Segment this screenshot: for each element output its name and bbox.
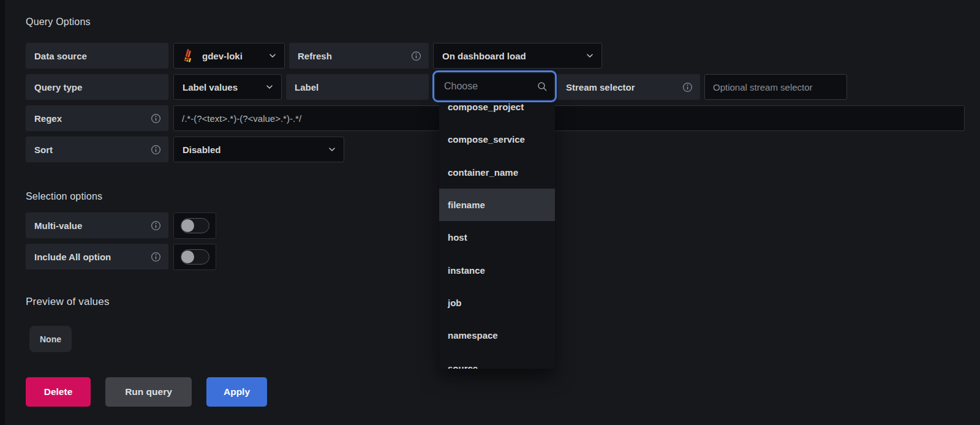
apply-button[interactable]: Apply	[206, 377, 267, 407]
info-circle-icon[interactable]	[151, 220, 161, 231]
multi-value-label-text: Multi-value	[34, 220, 82, 231]
include-all-label-text: Include All option	[34, 252, 111, 262]
toggle-track	[181, 249, 209, 265]
sort-select[interactable]: Disabled	[173, 137, 344, 162]
refresh-value: On dashboard load	[442, 51, 526, 61]
refresh-label-text: Refresh	[298, 51, 332, 61]
dropdown-option[interactable]: job	[439, 287, 555, 319]
dropdown-option[interactable]: source	[439, 352, 555, 369]
label-options-list: compose_projectcompose_servicecontainer_…	[439, 102, 555, 369]
sort-label: Sort	[26, 137, 168, 162]
dropdown-option[interactable]: instance	[439, 254, 555, 286]
info-circle-icon[interactable]	[682, 82, 693, 92]
dropdown-option[interactable]: filename	[439, 189, 555, 221]
search-icon	[537, 81, 548, 92]
info-circle-icon[interactable]	[151, 145, 161, 155]
data-source-picker[interactable]: gdev-loki	[173, 43, 285, 69]
chevron-down-icon	[265, 83, 274, 91]
regex-label-text: Regex	[34, 113, 62, 124]
selection-options-heading: Selection options	[26, 191, 102, 202]
run-query-button[interactable]: Run query	[105, 377, 192, 407]
info-circle-icon[interactable]	[151, 252, 161, 262]
label-field-label: Label	[286, 74, 429, 100]
chevron-down-icon	[328, 145, 336, 154]
regex-label: Regex	[26, 105, 168, 131]
stream-selector-label-text: Stream selector	[566, 82, 635, 92]
label-select[interactable]	[435, 73, 554, 99]
chevron-down-icon	[268, 51, 277, 60]
dropdown-option[interactable]: namespace	[439, 319, 555, 352]
regex-input[interactable]	[173, 105, 965, 131]
dropdown-option[interactable]: host	[439, 221, 555, 254]
label-select-focus-ring	[432, 70, 557, 102]
info-circle-icon[interactable]	[151, 113, 161, 124]
loki-icon	[183, 49, 195, 62]
variable-editor-screen: Query Options Data source gdev-loki	[0, 0, 980, 425]
include-all-toggle[interactable]	[173, 244, 216, 270]
query-type-label: Query type	[26, 74, 168, 100]
delete-button[interactable]: Delete	[26, 377, 91, 407]
label-field-label-text: Label	[295, 82, 318, 92]
stream-selector-label: Stream selector	[557, 74, 700, 100]
toggle-knob	[181, 219, 194, 232]
preview-value-chip: None	[29, 326, 72, 352]
label-search-input[interactable]	[443, 80, 537, 92]
chevron-down-icon	[586, 51, 594, 60]
stream-selector-input[interactable]	[704, 74, 847, 100]
dropdown-option[interactable]: compose_project	[439, 102, 555, 123]
label-options-dropdown: compose_projectcompose_servicecontainer_…	[439, 102, 555, 369]
data-source-label: Data source	[26, 43, 168, 69]
data-source-label-text: Data source	[34, 51, 87, 61]
toggle-track	[181, 218, 209, 233]
refresh-label: Refresh	[289, 43, 429, 69]
multi-value-label: Multi-value	[26, 212, 168, 238]
query-type-select[interactable]: Label values	[173, 74, 282, 100]
query-type-label-text: Query type	[34, 82, 82, 92]
data-source-value: gdev-loki	[202, 51, 243, 61]
dropdown-option[interactable]: compose_service	[439, 123, 555, 156]
multi-value-toggle[interactable]	[173, 212, 216, 239]
query-options-heading: Query Options	[26, 17, 91, 28]
dropdown-option[interactable]: container_name	[439, 156, 555, 189]
include-all-label: Include All option	[26, 244, 168, 269]
sort-value: Disabled	[183, 145, 221, 155]
toggle-knob	[181, 250, 194, 263]
preview-heading: Preview of values	[26, 296, 110, 308]
sort-label-text: Sort	[34, 145, 53, 155]
refresh-select[interactable]: On dashboard load	[433, 43, 602, 69]
left-edge-shadow	[0, 0, 5, 425]
query-type-value: Label values	[183, 82, 238, 92]
info-circle-icon[interactable]	[411, 51, 421, 61]
